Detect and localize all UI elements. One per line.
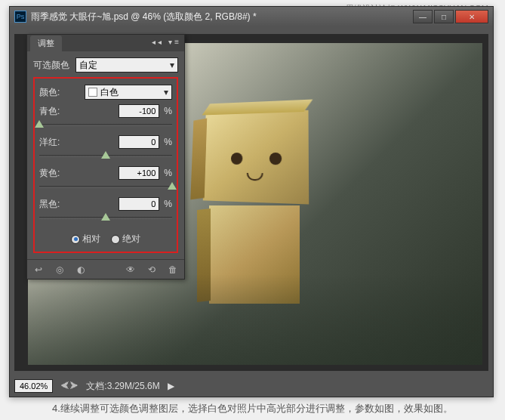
zoom-input[interactable]: 46.02% (14, 379, 53, 393)
clip-icon[interactable]: ◐ (74, 264, 88, 276)
app-icon: Ps (14, 11, 26, 23)
document-title: 雨季感觉 大眼仔~旭.psd @ 46% (选取颜色 2, RGB/8#) * (31, 11, 413, 23)
tab-adjustments[interactable]: 调整 (30, 36, 62, 51)
maximize-button[interactable]: □ (434, 10, 454, 23)
trash-icon[interactable]: 🗑 (166, 264, 180, 276)
black-slider[interactable] (39, 213, 172, 224)
slider-magenta: 洋红:% (39, 135, 172, 162)
magenta-slider[interactable] (39, 151, 172, 162)
radio-relative[interactable]: 相对 (71, 233, 100, 246)
slider-black: 黑色:% (39, 197, 172, 224)
caption-text: 4.继续调整可选颜色调整图层，选择白色对照片中高光部分进行调整，参数如图，效果如… (0, 402, 505, 415)
target-icon[interactable]: ◎ (53, 264, 66, 276)
close-button[interactable]: ✕ (455, 10, 488, 23)
reset-icon[interactable]: ⟲ (145, 264, 159, 276)
black-input[interactable] (119, 197, 159, 211)
preset-select[interactable]: 自定 (75, 57, 178, 73)
adjustments-panel: 调整 ◂◂ ▾≡ 可选颜色 自定 颜色: 白色 青色:% (26, 34, 185, 279)
slider-cyan: 青色:% (39, 104, 172, 131)
panel-footer: ↩ ◎ ◐ 👁 ⟲ 🗑 (27, 259, 184, 279)
magenta-input[interactable] (119, 135, 159, 149)
preset-label: 可选颜色 (33, 59, 75, 72)
color-label: 颜色: (39, 86, 82, 99)
slider-yellow: 黄色:% (39, 166, 172, 193)
scroll-icon[interactable]: ⮜⮞ (60, 381, 79, 391)
statusbar: 46.02% ⮜⮞ 文档:3.29M/25.6M ▶ (10, 375, 493, 397)
back-icon[interactable]: ↩ (32, 264, 45, 276)
yellow-input[interactable] (119, 166, 159, 180)
info-arrow-icon[interactable]: ▶ (168, 381, 174, 391)
photoshop-window: Ps 雨季感觉 大眼仔~旭.psd @ 46% (选取颜色 2, RGB/8#)… (9, 6, 494, 397)
minimize-button[interactable]: — (413, 10, 433, 23)
radio-absolute[interactable]: 绝对 (111, 233, 140, 246)
highlight-box: 颜色: 白色 青色:% 洋红:% 黄色:% (33, 77, 178, 253)
titlebar: Ps 雨季感觉 大眼仔~旭.psd @ 46% (选取颜色 2, RGB/8#)… (10, 7, 493, 26)
yellow-slider[interactable] (39, 182, 172, 193)
eye-icon[interactable]: 👁 (124, 264, 137, 276)
cyan-input[interactable] (119, 104, 159, 118)
color-select[interactable]: 白色 (85, 85, 172, 100)
panel-menu-icon[interactable]: ◂◂ ▾≡ (152, 38, 181, 46)
cyan-slider[interactable] (39, 120, 172, 131)
